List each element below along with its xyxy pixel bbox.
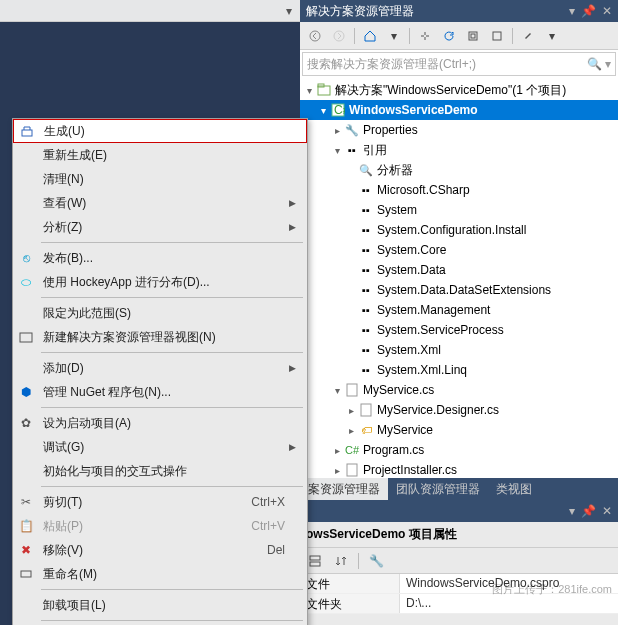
expander-icon[interactable]: ▾ (330, 145, 344, 156)
menu-clean[interactable]: 清理(N) (13, 167, 307, 191)
properties-node[interactable]: ▸🔧Properties (300, 120, 618, 140)
menu-debug[interactable]: 调试(G)▶ (13, 435, 307, 459)
cs-file-icon: C# (344, 442, 360, 458)
dd1-icon[interactable]: ▾ (383, 25, 405, 47)
sort-icon[interactable] (330, 550, 352, 572)
menu-view[interactable]: 查看(W)▶ (13, 191, 307, 215)
menu-unload[interactable]: 卸载项目(L) (13, 593, 307, 617)
expander-icon[interactable]: ▾ (302, 85, 316, 96)
prop-row[interactable]: 文件夹D:\... (300, 594, 618, 614)
chevron-right-icon: ▶ (289, 363, 301, 373)
svg-rect-15 (20, 333, 32, 342)
search-input[interactable]: 搜索解决方案资源管理器(Ctrl+;) 🔍 ▾ (302, 52, 616, 76)
sync-icon[interactable] (414, 25, 436, 47)
ref-item[interactable]: ▪▪System.Configuration.Install (300, 220, 618, 240)
expander-icon[interactable]: ▸ (330, 445, 344, 456)
properties-icon[interactable] (517, 25, 539, 47)
tab-solution-explorer[interactable]: 案资源管理器 (300, 478, 388, 500)
project-node[interactable]: ▾C#WindowsServiceDemo (300, 100, 618, 120)
menu-separator (41, 486, 303, 487)
ref-item[interactable]: ▪▪System.Management (300, 300, 618, 320)
menu-add[interactable]: 添加(D)▶ (13, 356, 307, 380)
editor-dropdown[interactable]: ▾ (286, 4, 292, 18)
menu-nuget[interactable]: ⬢管理 NuGet 程序包(N)... (13, 380, 307, 404)
expander-icon[interactable]: ▸ (330, 125, 344, 136)
menu-separator (41, 242, 303, 243)
showall-icon[interactable] (486, 25, 508, 47)
nav-fwd-icon[interactable] (328, 25, 350, 47)
ref-item[interactable]: ▪▪Microsoft.CSharp (300, 180, 618, 200)
menu-build[interactable]: 生成(U) (13, 119, 307, 143)
menu-interactive[interactable]: 初始化与项目的交互式操作 (13, 459, 307, 483)
svg-rect-3 (471, 34, 475, 38)
nav-back-icon[interactable] (304, 25, 326, 47)
file-node[interactable]: ▸🏷MyService (300, 420, 618, 440)
expander-icon[interactable]: ▾ (316, 105, 330, 116)
collapse-icon[interactable] (462, 25, 484, 47)
menu-startup[interactable]: ✿设为启动项目(A) (13, 411, 307, 435)
menu-remove[interactable]: ✖移除(V)Del (13, 538, 307, 562)
ref-item[interactable]: ▪▪System.ServiceProcess (300, 320, 618, 340)
newview-icon (13, 330, 39, 344)
menu-hockeyapp[interactable]: ⬭使用 HockeyApp 进行分布(D)... (13, 270, 307, 294)
remove-icon: ✖ (13, 543, 39, 557)
rename-icon (13, 567, 39, 581)
ref-item[interactable]: ▪▪System.Core (300, 240, 618, 260)
pin-icon[interactable]: 📌 (581, 504, 596, 518)
tab-team-explorer[interactable]: 团队资源管理器 (388, 478, 488, 500)
close-icon[interactable]: ✕ (602, 504, 612, 518)
expander-icon[interactable]: ▸ (344, 405, 358, 416)
file-node[interactable]: ▸C#Program.cs (300, 440, 618, 460)
svg-rect-2 (469, 32, 477, 40)
panel-titlebar: 解决方案资源管理器 ▾ 📌 ✕ (300, 0, 618, 22)
ref-item[interactable]: 🔍分析器 (300, 160, 618, 180)
home-icon[interactable] (359, 25, 381, 47)
svg-text:C#: C# (334, 103, 345, 117)
ref-icon: ▪▪ (358, 302, 374, 318)
menu-analyze[interactable]: 分析(Z)▶ (13, 215, 307, 239)
menu-cut[interactable]: ✂剪切(T)Ctrl+X (13, 490, 307, 514)
menu-separator (41, 352, 303, 353)
menu-paste[interactable]: 📋粘贴(P)Ctrl+V (13, 514, 307, 538)
properties-toolbar: 🔧 (300, 548, 618, 574)
panel-menu-icon[interactable]: ▾ (569, 4, 575, 18)
expander-icon[interactable]: ▸ (344, 425, 358, 436)
file-node[interactable]: ▸ProjectInstaller.cs (300, 460, 618, 478)
ref-item[interactable]: ▪▪System.Xml (300, 340, 618, 360)
ref-item[interactable]: ▪▪System (300, 200, 618, 220)
svg-rect-10 (361, 404, 371, 416)
refresh-icon[interactable] (438, 25, 460, 47)
cs-file-icon (344, 462, 360, 478)
file-node[interactable]: ▸MyService.Designer.cs (300, 400, 618, 420)
close-icon[interactable]: ✕ (602, 4, 612, 18)
expander-icon[interactable]: ▸ (330, 465, 344, 476)
chevron-right-icon: ▶ (289, 222, 301, 232)
build-icon (14, 124, 40, 138)
tab-class-view[interactable]: 类视图 (488, 478, 540, 500)
menu-new-view[interactable]: 新建解决方案资源管理器视图(N) (13, 325, 307, 349)
analyzer-icon: 🔍 (358, 162, 374, 178)
expander-icon[interactable]: ▾ (330, 385, 344, 396)
ref-item[interactable]: ▪▪System.Data (300, 260, 618, 280)
ref-icon: ▪▪ (358, 262, 374, 278)
references-node[interactable]: ▾▪▪引用 (300, 140, 618, 160)
ref-item[interactable]: ▪▪System.Xml.Linq (300, 360, 618, 380)
ref-item[interactable]: ▪▪System.Data.DataSetExtensions (300, 280, 618, 300)
file-node[interactable]: ▾MyService.cs (300, 380, 618, 400)
svg-point-1 (334, 31, 344, 41)
menu-scope[interactable]: 限定为此范围(S) (13, 301, 307, 325)
menu-publish[interactable]: ⎋发布(B)... (13, 246, 307, 270)
solution-tree[interactable]: ▾解决方案"WindowsServiceDemo"(1 个项目) ▾C#Wind… (300, 78, 618, 478)
svg-rect-16 (21, 571, 31, 577)
ref-icon: ▪▪ (358, 202, 374, 218)
pin-icon[interactable]: 📌 (581, 4, 596, 18)
solution-node[interactable]: ▾解决方案"WindowsServiceDemo"(1 个项目) (300, 80, 618, 100)
properties-titlebar: ▾ 📌 ✕ (300, 500, 618, 522)
menu-rebuild[interactable]: 重新生成(E) (13, 143, 307, 167)
prop-wrench-icon[interactable]: 🔧 (365, 550, 387, 572)
dd2-icon[interactable]: ▾ (541, 25, 563, 47)
panel-menu-icon[interactable]: ▾ (569, 504, 575, 518)
menu-rename[interactable]: 重命名(M) (13, 562, 307, 586)
csharp-project-icon: C# (330, 102, 346, 118)
cs-file-icon (358, 402, 374, 418)
